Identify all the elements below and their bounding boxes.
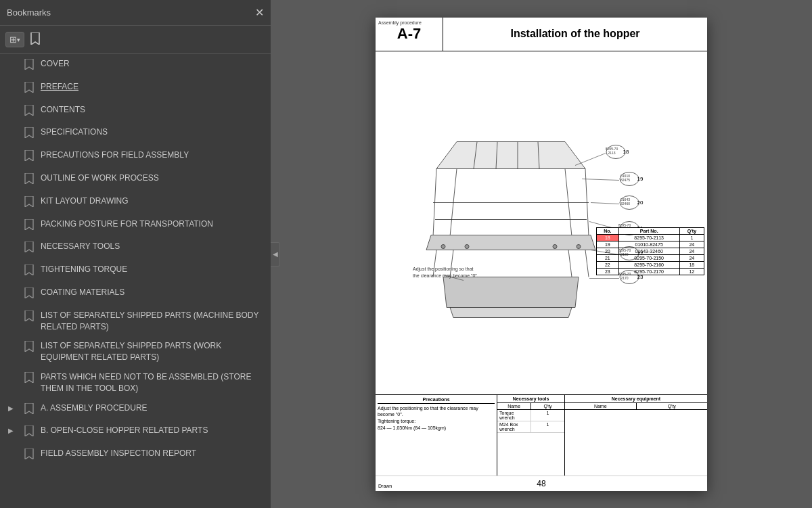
expand-arrow-open-close-hopper[interactable]: ▶ <box>8 426 19 436</box>
close-button[interactable]: ✕ <box>255 7 264 18</box>
bookmark-icon-cover <box>24 59 35 73</box>
bookmark-item-field-inspection[interactable]: ▶ FIELD ASSEMBLY INSPECTION REPORT <box>0 444 271 467</box>
assembly-diagram: 8295-70 2113 18 01010 82475 19 01643 <box>376 51 707 394</box>
bookmark-item-specifications[interactable]: ▶ SPECIFICATIONS <box>0 122 271 145</box>
doc-title: Installation of the hopper <box>510 28 639 40</box>
equipment-subheader: Name Q'ty <box>565 403 707 410</box>
bookmark-icon-preface <box>24 82 35 96</box>
bookmark-label-torque: TIGHTENING TORQUE <box>41 264 264 275</box>
doc-header-right: Installation of the hopper <box>443 18 707 51</box>
assembly-procedure-label: Assembly procedure <box>378 20 440 25</box>
bookmark-icon-coating <box>24 287 35 302</box>
bookmark-icon-separately-work <box>24 341 35 355</box>
bookmark-item-coating[interactable]: ▶ COATING MATERIALS <box>0 283 271 306</box>
bookmark-item-separately-machine[interactable]: ▶ LIST OF SEPARATELY SHIPPED PARTS (MACH… <box>0 306 271 337</box>
bookmark-item-torque[interactable]: ▶ TIGHTENING TORQUE <box>0 260 271 283</box>
svg-line-31 <box>582 179 619 180</box>
parts-table-qty-header: Q'ty <box>679 227 704 234</box>
bookmark-label-assembly-procedure: A. ASSEMBLY PROCEDURE <box>41 402 264 414</box>
page-number: 48 <box>537 479 545 488</box>
tool-qty: 1 <box>531 410 564 421</box>
bookmarks-panel: Bookmarks ✕ ⊞ ▾ ▶ COVER▶ PREFACE▶ CONTEN… <box>0 0 271 508</box>
necessary-equipment-column: Necessary equipment Name Q'ty <box>565 395 707 476</box>
panel-header: Bookmarks ✕ <box>0 0 271 26</box>
parts-table-row: 228295-70-216018 <box>597 261 704 268</box>
equipment-qty-header: Q'ty <box>637 403 708 409</box>
drawn-label: Drawn <box>378 484 392 488</box>
tool-qty: 1 <box>531 421 564 432</box>
bookmark-item-outline[interactable]: ▶ OUTLINE OF WORK PROCESS <box>0 168 271 191</box>
bookmark-label-specifications: SPECIFICATIONS <box>41 126 264 138</box>
svg-text:32460: 32460 <box>621 201 630 205</box>
svg-point-19 <box>465 244 469 248</box>
bookmark-item-assembly-procedure[interactable]: ▶ A. ASSEMBLY PROCEDURE <box>0 398 271 421</box>
bookmark-icon-separately-machine <box>24 310 35 325</box>
diagram-area: 8295-70 2113 18 01010 82475 19 01643 <box>376 51 707 394</box>
bookmark-item-kit-layout[interactable]: ▶ KIT LAYOUT DRAWING <box>0 191 271 214</box>
svg-text:2170: 2170 <box>621 275 628 279</box>
precautions-text: Adjust the positioning so that the clear… <box>378 405 495 432</box>
doc-body: 8295-70 2113 18 01010 82475 19 01643 <box>376 51 707 491</box>
svg-point-20 <box>553 244 557 248</box>
bookmark-label-packing: PACKING POSTURE FOR TRANSPORTATION <box>41 218 264 230</box>
svg-line-11 <box>568 250 572 277</box>
necessary-equipment-header: Necessary equipment <box>565 395 707 403</box>
page-code: A-7 <box>378 25 440 43</box>
bookmark-item-tools[interactable]: ▶ NECESSARY TOOLS <box>0 237 271 260</box>
bookmarks-list: ▶ COVER▶ PREFACE▶ CONTENTS▶ SPECIFICATIO… <box>0 54 271 508</box>
bookmark-label-cover: COVER <box>41 58 264 70</box>
panel-title: Bookmarks <box>7 7 51 18</box>
parts-table-row: 2001643-3246024 <box>597 248 704 254</box>
equipment-name-header: Name <box>565 403 637 409</box>
bookmark-label-precautions: PRECAUTIONS FOR FIELD ASSEMBLY <box>41 149 264 161</box>
bookmark-label-outline: OUTLINE OF WORK PROCESS <box>41 172 264 184</box>
bookmark-item-cover[interactable]: ▶ COVER <box>0 54 271 77</box>
svg-marker-0 <box>436 141 585 168</box>
parts-table-no-header: No. <box>597 227 619 234</box>
bookmark-item-precautions[interactable]: ▶ PRECAUTIONS FOR FIELD ASSEMBLY <box>0 145 271 168</box>
bookmark-icon-specifications <box>24 127 35 141</box>
bookmark-item-open-close-hopper[interactable]: ▶ B. OPEN-CLOSE HOPPER RELATED PARTS <box>0 421 271 444</box>
svg-marker-12 <box>443 277 579 307</box>
bookmark-icon-open-close-hopper <box>24 425 35 440</box>
bookmark-icon-contents <box>24 105 35 119</box>
svg-text:20: 20 <box>637 199 644 205</box>
tool-name: M24 Box wrench <box>497 421 531 432</box>
bookmark-item-preface[interactable]: ▶ PREFACE <box>0 77 271 100</box>
svg-text:82475: 82475 <box>621 177 630 181</box>
svg-line-9 <box>585 250 589 277</box>
doc-footer: Drawn 48 <box>376 476 707 491</box>
bookmark-item-packing[interactable]: ▶ PACKING POSTURE FOR TRANSPORTATION <box>0 214 271 237</box>
bookmark-item-separately-work[interactable]: ▶ LIST OF SEPARATELY SHIPPED PARTS (WORK… <box>0 336 271 367</box>
tool-row: Torque wrench 1 <box>497 410 564 421</box>
tool-name: Torque wrench <box>497 410 531 421</box>
bookmark-label-contents: CONTENTS <box>41 104 264 116</box>
svg-point-18 <box>441 244 445 248</box>
expand-arrow-assembly-procedure[interactable]: ▶ <box>8 404 19 413</box>
bookmark-item-contents[interactable]: ▶ CONTENTS <box>0 100 271 123</box>
bookmark-label-field-inspection: FIELD ASSEMBLY INSPECTION REPORT <box>41 448 264 459</box>
svg-point-21 <box>577 244 581 248</box>
bookmark-icon-button[interactable] <box>30 32 41 47</box>
necessary-tools-header: Necessary tools <box>497 395 564 403</box>
tools-qty-header: Q'ty <box>531 403 564 409</box>
parts-table-row: 218295-70-215024 <box>597 254 704 261</box>
svg-text:19: 19 <box>637 175 644 181</box>
bookmark-icon-parts-not-assembled <box>24 372 35 386</box>
expand-all-button[interactable]: ⊞ ▾ <box>5 32 24 47</box>
bookmark-icon-packing <box>24 219 35 233</box>
parts-table: No. Part No. Q'ty 188295-70-211311901010… <box>596 227 704 275</box>
document-viewer: Assembly procedure A-7 Installation of t… <box>271 0 812 508</box>
bookmark-item-parts-not-assembled[interactable]: ▶ PARTS WHICH NEED NOT TO BE ASSEMBLED (… <box>0 367 271 398</box>
parts-table-row: 1901010-8247524 <box>597 241 704 248</box>
bookmark-label-open-close-hopper: B. OPEN-CLOSE HOPPER RELATED PARTS <box>41 425 264 436</box>
bookmark-label-separately-work: LIST OF SEPARATELY SHIPPED PARTS (WORK E… <box>41 340 264 363</box>
svg-line-26 <box>575 153 606 165</box>
parts-table-row: 238295-70-217012 <box>597 268 704 275</box>
bookmark-label-preface: PREFACE <box>41 81 264 93</box>
bookmark-label-coating: COATING MATERIALS <box>41 287 264 298</box>
svg-line-36 <box>591 202 619 204</box>
collapse-panel-button[interactable]: ◀ <box>271 242 280 267</box>
bookmark-icon <box>30 32 41 45</box>
bookmark-label-separately-machine: LIST OF SEPARATELY SHIPPED PARTS (MACHIN… <box>41 310 264 333</box>
